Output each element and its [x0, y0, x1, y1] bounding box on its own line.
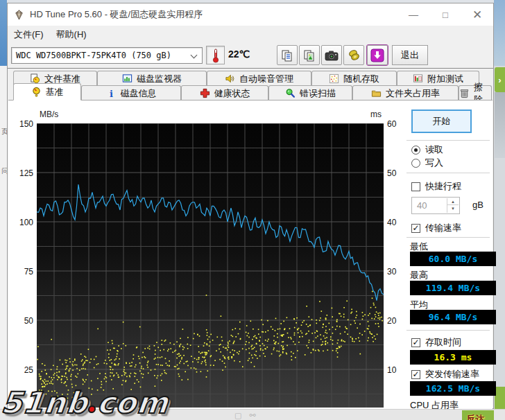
transfer-rate-checkbox[interactable]: ✓: [411, 224, 420, 233]
left-tick: 150: [11, 119, 33, 129]
screenshot-button[interactable]: [321, 45, 342, 65]
magnifier-icon: [285, 88, 296, 98]
panel-divider: [406, 173, 490, 173]
benchmark-pane: MB/s ms 150 125 100 75 50 25 60 50 40 30…: [8, 100, 493, 409]
right-axis-unit: ms: [370, 110, 382, 119]
left-tick: 125: [11, 168, 33, 178]
options-button[interactable]: [343, 45, 364, 65]
extra-tests-icon: [413, 73, 423, 84]
hdtune-window: HD Tune Pro 5.60 - 硬盘/固态硬盘实用程序 — □ ✕ 文件(…: [7, 3, 494, 409]
left-tick: 100: [11, 218, 33, 227]
copy-text-button[interactable]: [277, 45, 298, 65]
right-tick: 30: [387, 267, 409, 277]
drive-select-value: WDC WD7500BPKT-75PK4T0 (750 gB): [16, 51, 171, 60]
toolbar: WDC WD7500BPKT-75PK4T0 (750 gB) 22℃: [8, 43, 493, 68]
access-time-checkbox[interactable]: ✓: [411, 338, 420, 347]
tab-label: 磁盘信息: [121, 87, 157, 100]
read-radio[interactable]: [411, 146, 420, 155]
exit-button[interactable]: 退出: [392, 45, 428, 65]
tab-label: 基准: [46, 86, 64, 98]
tab-label: 自动噪音管理: [239, 73, 293, 85]
tab-health[interactable]: 健康状态: [181, 85, 268, 100]
health-cross-icon: [200, 88, 210, 98]
right-tick: 10: [387, 365, 409, 375]
transfer-rate-label: 传输速率: [425, 222, 461, 234]
panel-divider: [406, 140, 490, 141]
access-time-label: 存取时间: [425, 336, 461, 349]
background-slide-tab[interactable]: ›: [495, 67, 505, 92]
start-button[interactable]: 开始: [411, 110, 472, 133]
drive-select-dropdown[interactable]: WDC WD7500BPKT-75PK4T0 (750 gB): [11, 47, 203, 64]
minimize-button[interactable]: —: [397, 3, 429, 26]
watermark-text: com: [96, 385, 171, 420]
window-title: HD Tune Pro 5.60 - 硬盘/固态硬盘实用程序: [30, 8, 203, 21]
tab-label: 磁盘监视器: [137, 73, 182, 85]
tab-label: 错误扫描: [300, 87, 336, 100]
tab-disk-monitor[interactable]: 磁盘监视器: [97, 71, 207, 86]
tab-error-scan[interactable]: 错误扫描: [268, 85, 352, 100]
download-arrow-icon: [370, 49, 384, 62]
spinner-up-icon[interactable]: ▲: [447, 198, 459, 205]
screenshot-root: 页 问 › ▢ ⚯ 反达 HD Tune Pro 5.60 - 硬盘/固态硬盘实…: [0, 0, 505, 420]
write-radio[interactable]: [411, 159, 420, 168]
short-stroke-row[interactable]: 快捷行程: [411, 180, 461, 193]
spinner-buttons[interactable]: ▲ ▼: [447, 198, 459, 213]
tab-folder-usage[interactable]: 文件夹占用率: [352, 85, 459, 100]
speaker-icon: [225, 73, 235, 84]
thermometer-icon: [212, 48, 220, 63]
max-label: 最高: [410, 269, 428, 281]
close-button[interactable]: ✕: [461, 3, 493, 26]
short-stroke-label: 快捷行程: [425, 180, 461, 193]
access-time-row[interactable]: ✓ 存取时间: [411, 336, 461, 349]
short-stroke-unit: gB: [472, 200, 483, 210]
menu-bar: 文件(F) 帮助(H): [8, 26, 493, 43]
access-time-value: 16.3 ms: [410, 350, 496, 365]
benchmark-chart: [37, 123, 384, 408]
left-tick: 50: [11, 316, 33, 326]
tab-erase[interactable]: 擦除: [459, 85, 492, 100]
tab-label: 文件夹占用率: [386, 87, 440, 100]
watermark: 51nbcom: [0, 385, 171, 420]
max-value: 119.4 MB/s: [410, 281, 496, 295]
title-bar[interactable]: HD Tune Pro 5.60 - 硬盘/固态硬盘实用程序 — □ ✕: [8, 3, 493, 26]
tab-random-access[interactable]: 随机存取: [311, 71, 397, 86]
tab-label: 随机存取: [343, 73, 379, 85]
burst-rate-checkbox[interactable]: ✓: [411, 370, 420, 379]
info-icon: i: [106, 88, 117, 98]
tab-aam[interactable]: 自动噪音管理: [207, 71, 311, 86]
disk-monitor-icon: [122, 73, 132, 84]
short-stroke-size-value: 40: [417, 200, 427, 211]
camera-icon: [325, 50, 339, 61]
write-radio-label: 写入: [425, 157, 443, 169]
trash-icon: [459, 88, 470, 98]
chevron-right-icon: ›: [498, 75, 501, 85]
temperature-indicator: [206, 46, 225, 64]
tab-benchmark[interactable]: 基准: [13, 83, 81, 100]
read-radio-row[interactable]: 读取: [411, 143, 443, 156]
watermark-dot: [88, 405, 96, 413]
left-tick: 25: [11, 365, 33, 375]
app-gem-icon: [14, 10, 24, 20]
spinner-down-icon[interactable]: ▼: [447, 205, 459, 212]
desktop-wallpaper-corner: [494, 0, 505, 66]
burst-rate-label: 突发传输速率: [425, 368, 479, 380]
panel-divider: [406, 330, 490, 331]
transfer-rate-row[interactable]: ✓ 传输速率: [411, 222, 461, 234]
toolbar-separator: [8, 68, 493, 69]
watermark-text: 51nb: [0, 385, 90, 420]
maximize-button[interactable]: □: [429, 3, 461, 26]
write-radio-row[interactable]: 写入: [411, 157, 443, 169]
menu-help[interactable]: 帮助(H): [50, 26, 93, 43]
short-stroke-size-spinner[interactable]: 40 ▲ ▼: [411, 197, 460, 214]
temperature-value: 22℃: [228, 49, 250, 60]
tab-disk-info[interactable]: i 磁盘信息: [81, 85, 181, 100]
short-stroke-checkbox[interactable]: [411, 182, 420, 191]
copy-image-button[interactable]: [299, 45, 320, 65]
burst-rate-row[interactable]: ✓ 突发传输速率: [411, 368, 479, 380]
chevron-down-icon: [191, 52, 198, 59]
avg-value: 96.4 MB/s: [410, 310, 496, 324]
tab-extra-tests[interactable]: 附加测试: [397, 71, 479, 86]
save-screenshot-button[interactable]: [367, 45, 388, 65]
menu-file[interactable]: 文件(F): [8, 26, 50, 43]
folder-icon: [371, 88, 382, 98]
